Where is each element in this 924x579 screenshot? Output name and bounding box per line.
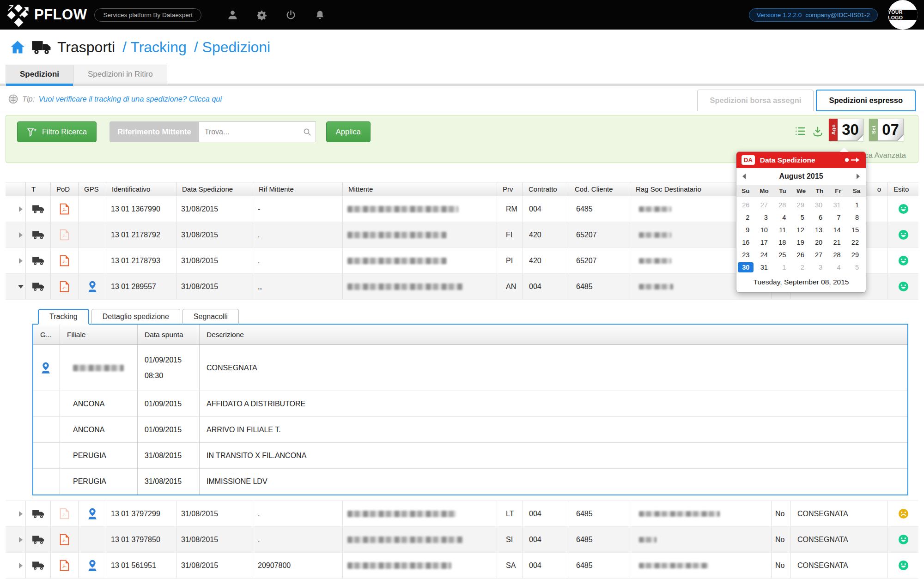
calendar-day[interactable]: 2 xyxy=(737,214,755,221)
calendar-day[interactable]: 13 xyxy=(810,226,828,234)
breadcrumb-spedizioni-link[interactable]: / Spedizioni xyxy=(194,39,270,56)
calendar-day[interactable]: 5 xyxy=(792,214,810,221)
calendar-day-selected[interactable]: 30 xyxy=(737,262,755,272)
breadcrumb-tracking-link[interactable]: / Tracking xyxy=(122,39,187,56)
calendar-day[interactable]: 14 xyxy=(828,226,846,234)
data-spunta: 01/09/201508:30 xyxy=(138,345,200,391)
filtro-ricerca-button[interactable]: Filtro Ricerca xyxy=(17,121,97,142)
shipment-id: 13 01 289557 xyxy=(106,274,176,299)
calendar-day[interactable]: 28 xyxy=(774,201,792,209)
calendar-day[interactable]: 19 xyxy=(792,239,810,246)
search-input[interactable] xyxy=(199,128,316,136)
pdf-icon[interactable] xyxy=(51,222,79,247)
pdf-icon[interactable] xyxy=(51,274,79,299)
calendar-day[interactable]: 27 xyxy=(810,251,828,259)
calendar-day[interactable]: 9 xyxy=(737,226,755,234)
user-icon[interactable] xyxy=(227,10,238,20)
calendar-day[interactable]: 5 xyxy=(847,264,865,271)
stato-value: CONSEGNATA xyxy=(791,553,888,578)
collapse-row-button[interactable] xyxy=(18,285,24,289)
bell-icon[interactable] xyxy=(315,10,325,20)
calendar-day[interactable]: 4 xyxy=(828,264,846,271)
expand-cell xyxy=(6,196,26,222)
calendar-day[interactable]: 15 xyxy=(847,226,865,234)
pdf-icon[interactable] xyxy=(51,501,79,526)
spedizioni-borsa-assegni-button[interactable]: Spedizioni borsa assegni xyxy=(697,90,814,111)
mittente-redacted xyxy=(343,196,497,222)
tab-spedizioni[interactable]: Spedizioni xyxy=(6,65,73,84)
spedizioni-espresso-button[interactable]: Spedizioni espresso xyxy=(816,90,916,111)
filiale: PERUGIA xyxy=(60,443,138,468)
calendar-day[interactable]: 29 xyxy=(792,201,810,209)
home-icon[interactable] xyxy=(10,40,25,54)
calendar-day[interactable]: 27 xyxy=(755,201,773,209)
calendar-day[interactable]: 29 xyxy=(847,251,865,259)
calendar-day[interactable]: 6 xyxy=(810,214,828,221)
detail-tab-dettaglio[interactable]: Dettaglio spedizione xyxy=(91,309,180,325)
calendar-day[interactable]: 2 xyxy=(792,264,810,271)
column-header-identificativo: Identificativo xyxy=(106,182,176,196)
data-spunta: 01/09/2015 xyxy=(138,391,200,416)
list-view-icon[interactable] xyxy=(795,126,806,137)
calendar-day[interactable]: 11 xyxy=(774,226,792,234)
expand-row-button[interactable] xyxy=(19,537,23,543)
detail-tab-tracking[interactable]: Tracking xyxy=(38,309,89,325)
calendar-day[interactable]: 10 xyxy=(755,226,773,234)
calendar-day[interactable]: 3 xyxy=(755,214,773,221)
expand-row-button[interactable] xyxy=(19,511,23,517)
calendar-day[interactable]: 16 xyxy=(737,239,755,246)
power-icon[interactable] xyxy=(286,10,296,20)
date-to-badge[interactable]: Set 07 xyxy=(869,119,904,141)
calendar-day[interactable]: 4 xyxy=(774,214,792,221)
download-icon[interactable] xyxy=(812,126,823,137)
contrassegno-value: No xyxy=(772,553,791,578)
table-row[interactable]: 13 01 379785031/08/2015.SI0046485NoCONSE… xyxy=(6,527,918,553)
calendar-day[interactable]: 7 xyxy=(828,214,846,221)
calendar-day[interactable]: 18 xyxy=(774,239,792,246)
calendar-day[interactable]: 3 xyxy=(810,264,828,271)
calendar-day[interactable]: 24 xyxy=(755,251,773,259)
calendar-day[interactable]: 26 xyxy=(792,251,810,259)
detail-tab-segnacolli[interactable]: Segnacolli xyxy=(182,309,239,325)
weekday-label: Th xyxy=(810,187,829,194)
pdf-icon[interactable] xyxy=(51,248,79,273)
calendar-day[interactable]: 22 xyxy=(847,239,865,246)
calendar-day[interactable]: 12 xyxy=(792,226,810,234)
tip-link[interactable]: Vuoi verificare il tracking di una spedi… xyxy=(38,95,222,103)
weekday-label: We xyxy=(792,187,810,194)
applica-button[interactable]: Applica xyxy=(326,121,371,142)
calendar-day[interactable]: 1 xyxy=(774,264,792,271)
table-row[interactable]: 13 01 56195131/08/201520907800SA0046485N… xyxy=(6,553,918,579)
shipment-date: 31/08/2015 xyxy=(176,527,253,552)
expand-cell xyxy=(6,274,26,299)
pdf-icon[interactable] xyxy=(51,553,79,578)
calendar-day[interactable]: 31 xyxy=(828,201,846,209)
riferimento-mittente-selector[interactable]: Riferimento Mittente xyxy=(109,121,199,142)
previous-month-button[interactable] xyxy=(742,174,746,179)
calendar-day[interactable]: 25 xyxy=(774,251,792,259)
date-from-badge[interactable]: Ago 30 xyxy=(829,119,863,141)
gear-icon[interactable] xyxy=(256,10,267,20)
expand-row-button[interactable] xyxy=(19,563,23,568)
calendar-weekday-row: SuMoTuWeThFrSa xyxy=(736,185,866,197)
pdf-icon[interactable] xyxy=(51,196,79,222)
calendar-day[interactable]: 30 xyxy=(810,201,828,209)
calendar-day[interactable]: 26 xyxy=(737,201,755,209)
calendar-day[interactable]: 8 xyxy=(847,214,865,221)
tab-spedizioni-in-ritiro[interactable]: Spedizioni in Ritiro xyxy=(73,65,167,84)
next-month-button[interactable] xyxy=(857,174,860,179)
date-picker-popup: DA Data Spedizione August 2015 SuMoTuWeT… xyxy=(736,151,866,293)
pdf-icon[interactable] xyxy=(51,527,79,552)
calendar-day[interactable]: 28 xyxy=(828,251,846,259)
calendar-day[interactable]: 23 xyxy=(737,251,755,259)
data-spunta: 01/09/2015 xyxy=(138,417,200,442)
expand-row-button[interactable] xyxy=(19,258,23,264)
expand-row-button[interactable] xyxy=(19,232,23,238)
calendar-day[interactable]: 17 xyxy=(755,239,773,246)
expand-row-button[interactable] xyxy=(19,206,23,212)
calendar-day[interactable]: 20 xyxy=(810,239,828,246)
calendar-day[interactable]: 31 xyxy=(755,264,773,271)
calendar-day[interactable]: 21 xyxy=(828,239,846,246)
table-row[interactable]: 13 01 379729931/08/2015.LT0046485NoCONSE… xyxy=(6,501,918,527)
calendar-day[interactable]: 1 xyxy=(847,201,865,209)
